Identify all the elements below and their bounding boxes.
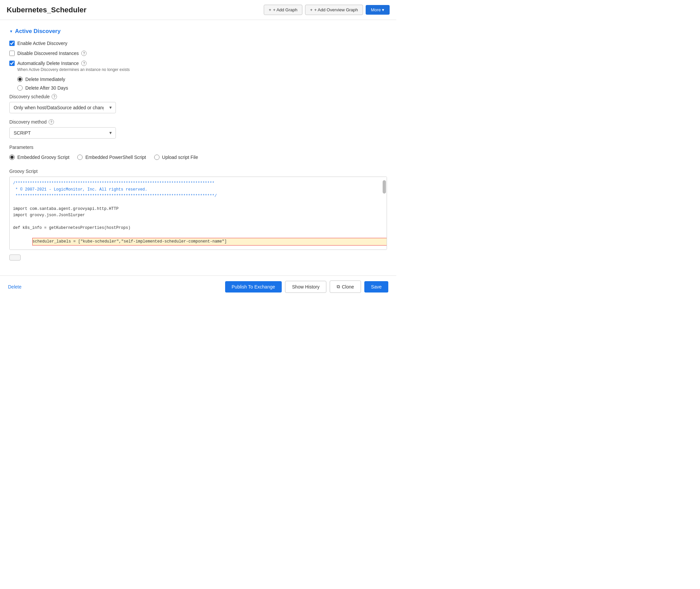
embedded-powershell-radio[interactable]	[77, 155, 82, 160]
embedded-powershell-label[interactable]: Embedded PowerShell Script	[85, 155, 146, 160]
more-button[interactable]: More ▾	[366, 5, 390, 15]
clone-icon: ⧉	[337, 284, 340, 289]
delete-after-30-row: Delete After 30 Days	[17, 85, 387, 90]
code-line-5: import com.santaba.agent.groovyapi.http.…	[13, 206, 383, 212]
auto-delete-checkbox[interactable]	[9, 61, 15, 66]
discovery-method-group: Discovery method ? SCRIPT ▼	[9, 119, 387, 139]
delete-after-30-radio[interactable]	[17, 85, 23, 90]
discovery-method-select[interactable]: SCRIPT	[9, 127, 116, 139]
code-highlight-line: scheduler_labels = ["kube-scheduler","se…	[32, 238, 387, 245]
enable-active-discovery-label[interactable]: Enable Active Discovery	[17, 41, 67, 46]
code-editor[interactable]: /***************************************…	[9, 177, 387, 250]
plus-icon-2: +	[310, 7, 313, 12]
auto-delete-help-icon[interactable]: ?	[81, 61, 86, 66]
delete-immediately-row: Delete Immediately	[17, 76, 387, 82]
header-actions: + + Add Graph + + Add Overview Graph Mor…	[264, 5, 390, 15]
delete-immediately-label[interactable]: Delete Immediately	[25, 76, 65, 82]
code-line-6: import groovy.json.JsonSlurper	[13, 212, 383, 219]
clone-button[interactable]: ⧉ Clone	[330, 280, 361, 293]
discovery-schedule-help-icon[interactable]: ?	[52, 94, 57, 99]
parameters-title: Parameters	[9, 145, 387, 150]
upload-script-radio-row: Upload script File	[154, 155, 198, 160]
delete-immediately-radio[interactable]	[17, 76, 23, 82]
disable-discovered-help-icon[interactable]: ?	[81, 51, 86, 56]
discovery-method-wrapper: SCRIPT ▼	[9, 127, 116, 139]
show-history-button[interactable]: Show History	[285, 281, 326, 293]
page-header: Kubernetes_Scheduler + + Add Graph + + A…	[0, 0, 396, 20]
auto-delete-sublabel: When Active Discovery determines an inst…	[17, 67, 387, 72]
main-content: Active Discovery Enable Active Discovery…	[0, 20, 396, 275]
code-line-4	[13, 200, 383, 206]
auto-delete-row: Automatically Delete Instance ?	[9, 61, 387, 66]
add-graph-button[interactable]: + + Add Graph	[264, 5, 302, 15]
delete-options-group: Delete Immediately Delete After 30 Days	[17, 76, 387, 90]
disable-discovered-instances-checkbox[interactable]	[9, 51, 15, 56]
code-line-9-wrapper: scheduler_labels = ["kube-scheduler","se…	[13, 231, 383, 250]
auto-delete-label[interactable]: Automatically Delete Instance	[17, 61, 78, 66]
code-line-3: ****************************************…	[13, 193, 383, 199]
discovery-schedule-select[interactable]: Only when host/DataSource added or chang…	[9, 102, 116, 113]
code-line-1: /***************************************…	[13, 180, 383, 187]
discovery-method-label: Discovery method ?	[9, 119, 387, 125]
upload-script-label[interactable]: Upload script File	[162, 155, 198, 160]
enable-active-discovery-row: Enable Active Discovery	[9, 41, 387, 46]
page-footer: Delete Publish To Exchange Show History …	[0, 275, 396, 298]
disable-discovered-instances-label[interactable]: Disable Discovered Instances	[17, 51, 78, 56]
discovery-schedule-wrapper: Only when host/DataSource added or chang…	[9, 102, 116, 113]
add-overview-graph-button[interactable]: + + Add Overview Graph	[305, 5, 363, 15]
publish-to-exchange-button[interactable]: Publish To Exchange	[225, 281, 282, 292]
test-script-button[interactable]: Delete	[9, 254, 21, 260]
upload-script-radio[interactable]	[154, 155, 160, 160]
discovery-schedule-group: Discovery schedule ? Only when host/Data…	[9, 94, 387, 113]
script-type-group: Embedded Groovy Script Embedded PowerShe…	[9, 155, 387, 163]
scrollbar[interactable]	[383, 180, 386, 194]
code-line-2: * © 2007-2021 - LogicMonitor, Inc. All r…	[13, 187, 383, 193]
parameters-group: Parameters Embedded Groovy Script Embedd…	[9, 145, 387, 261]
footer-left: Delete	[8, 284, 225, 289]
footer-actions: Publish To Exchange Show History ⧉ Clone…	[225, 280, 388, 293]
enable-active-discovery-checkbox[interactable]	[9, 41, 15, 46]
disable-discovered-instances-row: Disable Discovered Instances ?	[9, 51, 387, 56]
embedded-powershell-radio-row: Embedded PowerShell Script	[77, 155, 146, 160]
delete-after-30-label[interactable]: Delete After 30 Days	[25, 85, 68, 90]
code-line-7	[13, 219, 383, 225]
discovery-schedule-label: Discovery schedule ?	[9, 94, 387, 99]
groovy-script-label: Groovy Script	[9, 169, 387, 174]
plus-icon: +	[269, 7, 271, 12]
active-discovery-section-title: Active Discovery	[9, 28, 387, 35]
delete-link[interactable]: Delete	[8, 284, 21, 289]
embedded-groovy-label[interactable]: Embedded Groovy Script	[17, 155, 69, 160]
save-button[interactable]: Save	[364, 281, 388, 292]
embedded-groovy-radio-row: Embedded Groovy Script	[9, 155, 69, 160]
page-title: Kubernetes_Scheduler	[7, 6, 264, 14]
embedded-groovy-radio[interactable]	[9, 155, 15, 160]
discovery-method-help-icon[interactable]: ?	[49, 119, 54, 125]
code-line-8: def k8s_info = getKubernetesProperties(h…	[13, 225, 383, 231]
